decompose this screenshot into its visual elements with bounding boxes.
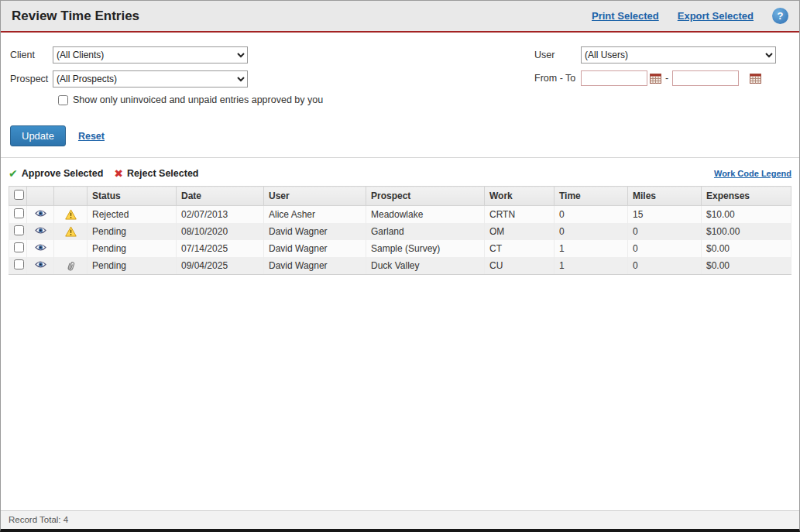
reject-selected-button[interactable]: ✖ Reject Selected	[114, 167, 198, 180]
paperclip-icon[interactable]	[66, 259, 76, 270]
cell-date: 02/07/2013	[177, 206, 264, 224]
select-all-checkbox[interactable]	[14, 190, 24, 200]
view-column-header	[27, 187, 54, 206]
cell-time: 0	[555, 206, 628, 224]
column-header-status: Status	[88, 187, 177, 206]
table-row: Pending 07/14/2025 David Wagner Sample (…	[9, 240, 791, 257]
filters-left: Client (All Clients) Prospect (All Prosp…	[10, 46, 323, 105]
column-header-expenses: Expenses	[702, 187, 791, 206]
reject-x-icon: ✖	[114, 167, 123, 180]
flag-column-header	[54, 187, 88, 206]
print-selected-link[interactable]: Print Selected	[592, 10, 659, 22]
cell-user: David Wagner	[264, 223, 366, 240]
column-header-time: Time	[555, 187, 628, 206]
table-row: Pending 08/10/2020 David Wagner Garland …	[9, 223, 791, 240]
row-checkbox[interactable]	[14, 259, 24, 269]
column-header-prospect: Prospect	[366, 187, 485, 206]
cell-expenses: $10.00	[702, 206, 791, 224]
review-time-entries-page: Review Time Entries Print Selected Expor…	[0, 0, 800, 532]
export-selected-link[interactable]: Export Selected	[678, 10, 754, 22]
row-checkbox[interactable]	[14, 225, 24, 235]
cell-status: Rejected	[88, 206, 177, 224]
uninvoiced-checkbox-label: Show only uninvoiced and unpaid entries …	[73, 94, 323, 105]
cell-time: 0	[555, 223, 628, 240]
cell-prospect: Garland	[366, 223, 485, 240]
uninvoiced-filter-row: Show only uninvoiced and unpaid entries …	[58, 94, 323, 105]
help-icon[interactable]: ?	[772, 8, 788, 24]
cell-user: David Wagner	[264, 240, 366, 257]
cell-prospect: Sample (Survey)	[366, 240, 485, 257]
prospect-filter-row: Prospect (All Prospects)	[10, 70, 323, 88]
from-date-input[interactable]	[581, 70, 647, 86]
table-row: Pending 09/04/2025 David Wagner Duck Val…	[9, 257, 791, 275]
eye-icon[interactable]	[35, 226, 46, 235]
row-checkbox[interactable]	[14, 242, 24, 252]
uninvoiced-checkbox[interactable]	[58, 95, 68, 105]
from-to-label: From - To	[534, 73, 581, 84]
cell-work: CRTN	[485, 206, 555, 224]
to-date-input[interactable]	[672, 70, 739, 86]
cell-miles: 0	[628, 240, 702, 257]
update-button[interactable]: Update	[10, 125, 66, 146]
cell-work: OM	[485, 223, 555, 240]
row-checkbox[interactable]	[14, 208, 24, 218]
eye-icon[interactable]	[35, 243, 46, 252]
reset-link[interactable]: Reset	[78, 131, 105, 142]
column-header-work: Work	[485, 187, 555, 206]
reject-selected-label: Reject Selected	[127, 168, 198, 179]
cell-date: 09/04/2025	[177, 257, 264, 275]
date-range-row: From - To -	[534, 70, 776, 86]
cell-expenses: $0.00	[702, 257, 791, 275]
cell-date: 08/10/2020	[177, 223, 264, 240]
date-separator: -	[665, 73, 668, 84]
approve-check-icon: ✔	[9, 167, 18, 180]
user-select[interactable]: (All Users)	[581, 46, 776, 63]
cell-time: 1	[555, 257, 628, 275]
work-code-legend-link[interactable]: Work Code Legend	[714, 169, 791, 178]
cell-status: Pending	[88, 240, 177, 257]
filters-right: User (All Users) From - To -	[534, 46, 776, 105]
cell-status: Pending	[88, 257, 177, 275]
cell-date: 07/14/2025	[177, 240, 264, 257]
eye-icon[interactable]	[35, 260, 46, 269]
filter-actions: Update Reset	[1, 105, 799, 158]
cell-expenses: $0.00	[702, 240, 791, 257]
column-header-date: Date	[177, 187, 264, 206]
prospect-select[interactable]: (All Prospects)	[53, 70, 248, 88]
page-title: Review Time Entries	[12, 9, 139, 24]
cell-expenses: $100.00	[702, 223, 791, 240]
table-row: Rejected 02/07/2013 Alice Asher Meadowla…	[9, 206, 791, 224]
cell-miles: 15	[628, 206, 702, 224]
header-actions: Print Selected Export Selected ?	[592, 8, 788, 24]
cell-status: Pending	[88, 223, 177, 240]
user-label: User	[534, 50, 581, 60]
cell-miles: 0	[628, 257, 702, 275]
table-toolbar: ✔ Approve Selected ✖ Reject Selected Wor…	[9, 167, 791, 180]
client-select[interactable]: (All Clients)	[53, 46, 248, 63]
cell-prospect: Meadowlake	[366, 206, 485, 224]
eye-icon[interactable]	[35, 209, 46, 218]
client-filter-row: Client (All Clients)	[10, 46, 323, 63]
cell-time: 1	[555, 240, 628, 257]
page-header: Review Time Entries Print Selected Expor…	[1, 1, 799, 33]
cell-user: David Wagner	[264, 257, 366, 275]
to-calendar-icon[interactable]	[750, 74, 761, 84]
filters-panel: Client (All Clients) Prospect (All Prosp…	[1, 33, 799, 105]
record-total: Record Total: 4	[1, 510, 799, 529]
from-calendar-icon[interactable]	[650, 74, 661, 84]
cell-miles: 0	[628, 223, 702, 240]
prospect-label: Prospect	[10, 74, 53, 84]
approve-selected-button[interactable]: ✔ Approve Selected	[9, 167, 103, 180]
column-header-miles: Miles	[628, 187, 702, 206]
user-filter-row: User (All Users)	[534, 46, 776, 63]
warning-icon	[65, 209, 77, 220]
warning-icon	[65, 226, 77, 237]
client-label: Client	[10, 50, 53, 60]
cell-user: Alice Asher	[264, 206, 366, 224]
cell-work: CU	[485, 257, 555, 275]
approve-selected-label: Approve Selected	[22, 168, 104, 179]
results-section: ✔ Approve Selected ✖ Reject Selected Wor…	[1, 158, 799, 510]
cell-work: CT	[485, 240, 555, 257]
time-entries-table: Status Date User Prospect Work Time Mile…	[9, 186, 791, 275]
table-header-row: Status Date User Prospect Work Time Mile…	[9, 187, 791, 206]
